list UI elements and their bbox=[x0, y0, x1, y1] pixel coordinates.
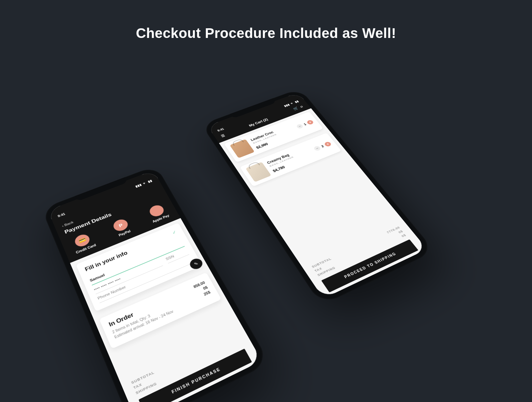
mockup-stage: 9:41 ▮▮▮ᯤ▮▮ ‹ Back Payment Details 💳Cred… bbox=[0, 0, 532, 402]
cart-body: Leather Croc BAGS, LEATHER $2,990 − 1 + … bbox=[219, 108, 427, 299]
order-amount: 858.00 bbox=[193, 280, 206, 290]
totals-section: SUBTOTAL TAX SHIPPING FINISH PURCHASE bbox=[109, 301, 262, 402]
signal-icon: ▮▮▮ bbox=[135, 183, 142, 188]
payment-option-apple-pay[interactable]: Apple Pay bbox=[146, 203, 170, 223]
wifi-icon: ᯤ bbox=[142, 181, 147, 185]
wifi-icon: ᯤ bbox=[290, 101, 295, 105]
battery-icon: ▮▮ bbox=[294, 100, 299, 103]
quantity-stepper: − 1 + bbox=[296, 119, 314, 129]
phone-payment: 9:41 ▮▮▮ᯤ▮▮ ‹ Back Payment Details 💳Cred… bbox=[42, 165, 270, 402]
qty-value: 1 bbox=[303, 123, 307, 126]
product-thumbnail bbox=[245, 162, 271, 182]
menu-icon[interactable]: ☰ bbox=[220, 133, 226, 138]
cart-screen: 9:41 ▮▮▮ᯤ▮▮ ☰ My Cart (2) 🛒⌕ Leather Cro… bbox=[207, 93, 427, 299]
qty-value: 2 bbox=[321, 144, 325, 148]
order-amounts: 858.00 0$ 25$ bbox=[193, 280, 211, 300]
order-amount: 25$ bbox=[198, 290, 211, 300]
product-thumbnail bbox=[230, 139, 255, 158]
status-icons: ▮▮▮ᯤ▮▮ bbox=[133, 179, 153, 189]
signal-icon: ▮▮▮ bbox=[283, 103, 290, 107]
status-time: 9:41 bbox=[57, 212, 66, 218]
search-icon[interactable]: ⌕ bbox=[299, 104, 304, 108]
qty-plus-button[interactable]: + bbox=[324, 141, 332, 147]
qty-minus-button[interactable]: − bbox=[296, 123, 304, 129]
qty-plus-button[interactable]: + bbox=[306, 119, 315, 125]
quantity-stepper: − 2 + bbox=[313, 141, 332, 151]
status-time: 9:41 bbox=[217, 127, 224, 132]
phone-cart: 9:41 ▮▮▮ᯤ▮▮ ☰ My Cart (2) 🛒⌕ Leather Cro… bbox=[201, 89, 435, 305]
battery-icon: ▮▮ bbox=[147, 179, 153, 183]
payment-option-credit-card[interactable]: 💳Credit Card bbox=[70, 231, 96, 254]
qty-minus-button[interactable]: − bbox=[313, 145, 322, 151]
pencil-icon: ✎ bbox=[193, 261, 199, 267]
payment-screen: 9:41 ▮▮▮ᯤ▮▮ ‹ Back Payment Details 💳Cred… bbox=[48, 170, 262, 402]
total-value: 0$ bbox=[401, 233, 407, 238]
order-amount: 0$ bbox=[195, 285, 209, 295]
payment-option-paypal[interactable]: PPayPal bbox=[111, 218, 132, 237]
cart-icon[interactable]: 🛒 bbox=[292, 106, 299, 111]
